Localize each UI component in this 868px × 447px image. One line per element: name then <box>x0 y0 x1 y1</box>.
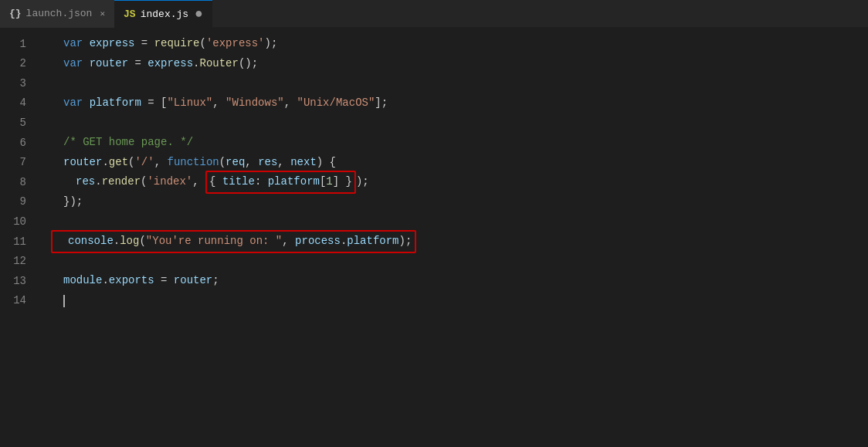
js-icon: JS <box>124 8 136 20</box>
unsaved-dot-icon: ● <box>195 7 203 21</box>
code-line-13: module . exports = router ; <box>51 271 868 291</box>
line-num-14: 14 <box>0 291 39 311</box>
code-area[interactable]: var express = require ( 'express' ); var… <box>39 28 868 447</box>
code-line-6: /* GET home page. */ <box>51 133 868 153</box>
line-num-10: 10 <box>0 212 39 232</box>
code-line-4: var platform = [ "Linux" , "Windows" , "… <box>51 93 868 113</box>
code-line-14 <box>51 291 868 311</box>
line-num-12: 12 <box>0 252 39 272</box>
line-num-6: 6 <box>0 133 39 153</box>
close-icon[interactable]: ✕ <box>100 8 105 19</box>
line-num-4: 4 <box>0 93 39 113</box>
line-num-1: 1 <box>0 34 39 54</box>
code-line-11: console . log ( "You're running on: " , … <box>51 232 868 252</box>
tab-index-js[interactable]: JS index.js ● <box>114 0 212 28</box>
highlight-box-line8: { title : platform [ 1 ] } <box>205 171 356 194</box>
code-line-9: }); <box>51 192 868 212</box>
code-line-3 <box>51 73 868 93</box>
code-line-2: var router = express . Router (); <box>51 54 868 74</box>
line-num-9: 9 <box>0 192 39 212</box>
code-line-7: router . get ( '/' , function ( req , re… <box>51 153 868 173</box>
tab-label-index-js: index.js <box>141 8 188 20</box>
tab-bar: {} launch.json ✕ JS index.js ● <box>0 0 868 28</box>
code-line-1: var express = require ( 'express' ); <box>51 34 868 54</box>
tab-label-launch-json: launch.json <box>26 8 93 19</box>
highlight-box-line11: console . log ( "You're running on: " , … <box>51 230 416 253</box>
line-num-5: 5 <box>0 113 39 133</box>
tab-launch-json[interactable]: {} launch.json ✕ <box>0 0 114 28</box>
code-line-5 <box>51 113 868 133</box>
editor: 1 2 3 4 5 6 7 8 9 10 11 12 13 14 var exp… <box>0 28 868 447</box>
line-num-8: 8 <box>0 172 39 192</box>
line-num-7: 7 <box>0 153 39 173</box>
cursor <box>63 295 65 307</box>
line-num-11: 11 <box>0 232 39 252</box>
json-icon: {} <box>9 8 22 19</box>
line-numbers: 1 2 3 4 5 6 7 8 9 10 11 12 13 14 <box>0 28 39 447</box>
code-line-8: res . render ( 'index' , { title : platf… <box>51 172 868 192</box>
line-num-3: 3 <box>0 73 39 93</box>
line-num-2: 2 <box>0 54 39 74</box>
code-line-10 <box>51 212 868 232</box>
code-line-12 <box>51 252 868 272</box>
line-num-13: 13 <box>0 271 39 291</box>
